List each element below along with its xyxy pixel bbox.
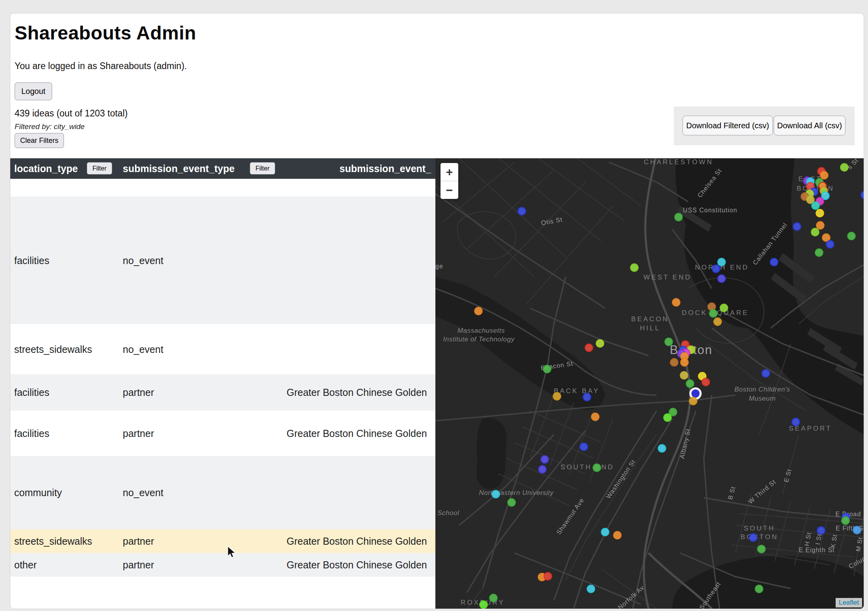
map-marker[interactable] xyxy=(592,413,599,421)
map-marker[interactable] xyxy=(841,164,848,171)
map-marker[interactable] xyxy=(675,214,682,221)
cell-location-type: community xyxy=(14,487,62,499)
map-marker[interactable] xyxy=(475,307,482,315)
map-marker[interactable] xyxy=(602,529,609,536)
map-marker[interactable] xyxy=(614,532,621,539)
map-marker[interactable] xyxy=(817,527,825,534)
cell-location-type: facilities xyxy=(14,387,49,398)
map-marker[interactable] xyxy=(853,527,861,534)
map-marker[interactable] xyxy=(821,172,828,179)
cell-submission-event-type: no_event xyxy=(123,255,163,266)
map-marker[interactable] xyxy=(842,517,849,525)
map-marker[interactable] xyxy=(681,372,688,379)
map-marker[interactable] xyxy=(817,222,824,229)
map-marker[interactable] xyxy=(518,208,526,215)
mouse-cursor xyxy=(227,546,237,559)
map-marker[interactable] xyxy=(712,265,720,273)
map-marker[interactable] xyxy=(580,443,588,451)
zoom-out-button[interactable]: − xyxy=(441,181,458,199)
map-marker[interactable] xyxy=(827,241,834,248)
cell-location-type: streets_sidewalks xyxy=(14,536,92,547)
cell-submission-event: Greater Boston Chinese Golden xyxy=(287,427,427,439)
map-marker[interactable] xyxy=(758,545,765,553)
download-panel: Download Filtered (csv) Download All (cs… xyxy=(674,107,855,145)
map-marker[interactable] xyxy=(664,414,671,422)
logout-button[interactable]: Logout xyxy=(15,82,52,100)
map-marker[interactable] xyxy=(710,310,717,317)
map-marker[interactable] xyxy=(585,344,593,352)
map-marker[interactable] xyxy=(718,259,726,266)
map-marker[interactable] xyxy=(539,466,546,473)
cell-submission-event-type: partner xyxy=(123,387,154,398)
cell-submission-event: Greater Boston Chinese Golden xyxy=(287,536,427,547)
map-marker[interactable] xyxy=(671,359,678,366)
cell-location-type: other xyxy=(14,559,37,571)
ideas-count: 439 ideas (out of 1203 total) xyxy=(15,108,127,119)
map-marker[interactable] xyxy=(720,304,728,312)
map-marker[interactable] xyxy=(756,585,763,593)
map-markers-layer xyxy=(435,158,864,609)
map-marker[interactable] xyxy=(587,585,595,593)
leaflet-map[interactable]: CHARLESTOWNs StChelsea StUSS Constitutio… xyxy=(435,158,864,609)
download-all-button[interactable]: Download All (csv) xyxy=(774,116,846,135)
leaflet-link[interactable]: Leaflet xyxy=(839,599,859,606)
map-marker[interactable] xyxy=(816,249,823,257)
map-marker[interactable] xyxy=(490,594,497,602)
map-marker[interactable] xyxy=(658,445,666,452)
login-status-text: You are logged in as Shareabouts (admin)… xyxy=(15,61,187,71)
map-marker[interactable] xyxy=(665,338,673,346)
admin-page-card: Shareabouts Admin You are logged in as S… xyxy=(10,13,864,609)
map-marker[interactable] xyxy=(718,275,726,283)
map-marker[interactable] xyxy=(553,393,561,400)
map-marker[interactable] xyxy=(714,318,722,326)
map-marker[interactable] xyxy=(823,234,830,242)
map-marker[interactable] xyxy=(631,264,638,272)
cell-location-type: facilities xyxy=(14,427,49,439)
map-marker[interactable] xyxy=(812,229,819,236)
zoom-in-button[interactable]: + xyxy=(441,163,458,181)
map-marker[interactable] xyxy=(544,573,552,580)
cell-submission-event: Greater Boston Chinese Golden xyxy=(287,559,427,571)
map-marker[interactable] xyxy=(492,491,500,498)
map-marker[interactable] xyxy=(673,299,680,306)
cell-submission-event-type: partner xyxy=(123,559,154,571)
map-marker[interactable] xyxy=(690,397,697,405)
column-header-location-type: location_type xyxy=(14,158,78,179)
map-marker[interactable] xyxy=(702,379,710,386)
column-header-submission-event: submission_event_ xyxy=(339,158,431,179)
cell-submission-event-type: partner xyxy=(123,427,154,439)
filtered-by-text: Filtered by: city_wide xyxy=(15,122,84,131)
cell-submission-event: Greater Boston Chinese Golden xyxy=(287,387,427,398)
map-marker[interactable] xyxy=(812,202,819,210)
map-marker[interactable] xyxy=(593,464,601,472)
map-marker[interactable] xyxy=(544,365,551,373)
page-title: Shareabouts Admin xyxy=(15,22,196,44)
filter-button-submission-event-type[interactable]: Filter xyxy=(250,162,275,174)
cell-location-type: facilities xyxy=(14,255,49,266)
map-marker[interactable] xyxy=(816,210,824,217)
map-marker[interactable] xyxy=(792,418,800,426)
cell-location-type: streets_sidewalks xyxy=(14,343,92,355)
cell-submission-event-type: partner xyxy=(123,536,154,547)
map-marker[interactable] xyxy=(861,191,864,199)
map-marker[interactable] xyxy=(583,394,591,401)
download-filtered-button[interactable]: Download Filtered (csv) xyxy=(682,116,773,135)
map-marker[interactable] xyxy=(771,259,778,266)
map-marker[interactable] xyxy=(762,370,770,377)
map-marker[interactable] xyxy=(681,359,688,366)
map-marker[interactable] xyxy=(541,456,549,463)
map-marker[interactable] xyxy=(793,223,801,231)
map-marker[interactable] xyxy=(508,499,516,506)
clear-filters-button[interactable]: Clear Filters xyxy=(15,133,64,148)
cell-submission-event-type: no_event xyxy=(123,487,163,499)
map-marker[interactable] xyxy=(848,232,855,240)
cell-submission-event-type: no_event xyxy=(123,343,163,355)
map-marker[interactable] xyxy=(750,534,757,542)
map-marker[interactable] xyxy=(480,601,487,609)
column-header-submission-event-type: submission_event_type xyxy=(123,158,234,179)
map-attribution: Leaflet xyxy=(836,598,862,607)
map-zoom-control: + − xyxy=(441,163,458,199)
map-marker[interactable] xyxy=(686,380,694,388)
filter-button-location-type[interactable]: Filter xyxy=(87,162,112,174)
map-marker[interactable] xyxy=(596,340,604,347)
